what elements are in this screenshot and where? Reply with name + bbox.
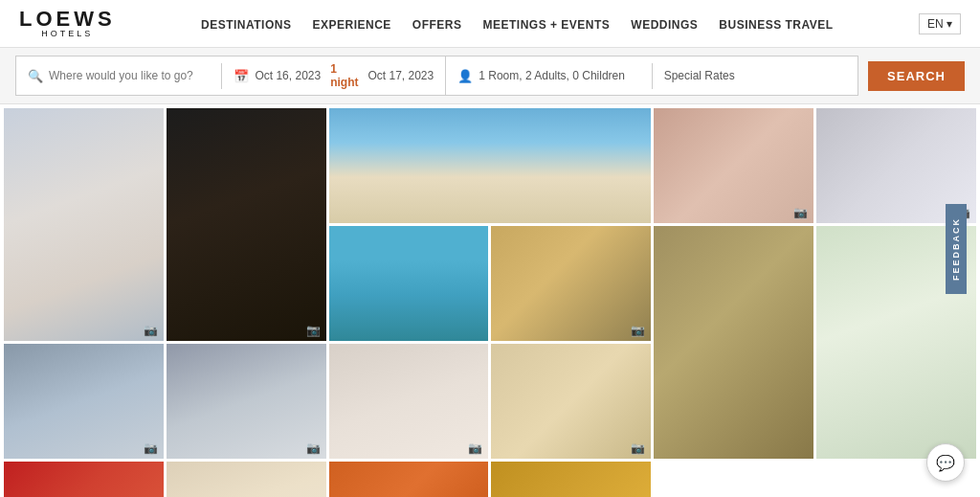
nav-item-destinations[interactable]: DESTINATIONS [201, 15, 291, 33]
search-bar: 🔍 📅 Oct 16, 2023 1 night Oct 17, 2023 👤 … [0, 48, 980, 104]
instagram-icon: 📷 [468, 441, 482, 455]
instagram-icon: 📷 [144, 441, 158, 455]
photo-dog[interactable]: 📷 [491, 344, 651, 459]
feedback-tab[interactable]: FEEDBACK [946, 203, 967, 293]
photo-selfie[interactable]: 📷 [654, 108, 813, 223]
site-header: LOEWS HOTELS DESTINATIONS EXPERIENCE OFF… [0, 0, 980, 48]
photo-city-ice[interactable]: 📷 [4, 344, 164, 459]
language-button[interactable]: EN ▾ [919, 13, 961, 34]
instagram-icon: 📷 [144, 324, 158, 337]
photo-beer-table[interactable] [491, 462, 651, 497]
photo-colorful-food[interactable]: 📷 [4, 462, 164, 497]
nav-item-business[interactable]: BUSINESS TRAVEL [719, 15, 833, 33]
search-bar-inner: 🔍 📅 Oct 16, 2023 1 night Oct 17, 2023 👤 … [15, 56, 858, 96]
chat-icon: 💬 [936, 454, 955, 472]
special-rates-field[interactable]: Special Rates [653, 63, 858, 88]
instagram-icon: 📷 [306, 324, 321, 337]
date-field[interactable]: 📅 Oct 16, 2023 1 night Oct 17, 2023 [222, 56, 446, 95]
instagram-icon: 📷 [631, 441, 645, 455]
photo-pancakes[interactable] [329, 462, 489, 497]
nav-item-offers[interactable]: OFFERS [412, 15, 462, 33]
feedback-label: FEEDBACK [951, 216, 961, 280]
photo-city-outdoor[interactable]: 📷 [167, 344, 326, 459]
destination-field[interactable]: 🔍 [16, 63, 222, 89]
logo[interactable]: LOEWS HOTELS [19, 9, 116, 38]
destination-input[interactable] [49, 69, 210, 82]
photo-bedroom[interactable]: 📷 [4, 108, 164, 341]
photo-desert-fashion[interactable]: 📷 [491, 226, 651, 341]
search-button[interactable]: SEARCH [868, 61, 965, 91]
nav-links: DESTINATIONS EXPERIENCE OFFERS MEETINGS … [201, 15, 834, 33]
checkout-date: Oct 17, 2023 [368, 69, 434, 82]
special-rates-label: Special Rates [664, 69, 735, 82]
instagram-icon: 📷 [631, 324, 645, 337]
photo-pool[interactable] [329, 226, 489, 341]
nav-item-meetings[interactable]: MEETINGS + EVENTS [482, 15, 610, 33]
nights-label: 1 night [330, 62, 358, 89]
instagram-icon: 📷 [793, 206, 808, 219]
photo-beach[interactable] [329, 108, 652, 223]
guests-label: 1 Room, 2 Adults, 0 Children [479, 69, 625, 82]
logo-hotels: HOTELS [19, 30, 116, 38]
logo-loews: LOEWS [19, 9, 116, 30]
guests-field[interactable]: 👤 1 Room, 2 Adults, 0 Children [446, 63, 652, 89]
chat-button[interactable]: 💬 [926, 443, 965, 482]
person-icon: 👤 [457, 69, 473, 83]
photo-bar[interactable]: 📷 [167, 108, 326, 341]
nav-item-weddings[interactable]: WEDDINGS [631, 15, 698, 33]
photo-grass-field[interactable] [654, 226, 813, 459]
photo-grid: 📷 📷 📷 📷 📷 📷 📷 📷 📷 📷 [0, 104, 980, 497]
main-nav: DESTINATIONS EXPERIENCE OFFERS MEETINGS … [201, 15, 834, 33]
search-icon: 🔍 [28, 69, 43, 83]
nav-item-experience[interactable]: EXPERIENCE [312, 15, 390, 33]
checkin-date: Oct 16, 2023 [255, 69, 321, 82]
calendar-icon: 📅 [234, 69, 249, 83]
instagram-icon: 📷 [306, 441, 321, 455]
photo-stairs[interactable]: 📷 [329, 344, 489, 459]
photo-lobby[interactable] [167, 462, 326, 497]
